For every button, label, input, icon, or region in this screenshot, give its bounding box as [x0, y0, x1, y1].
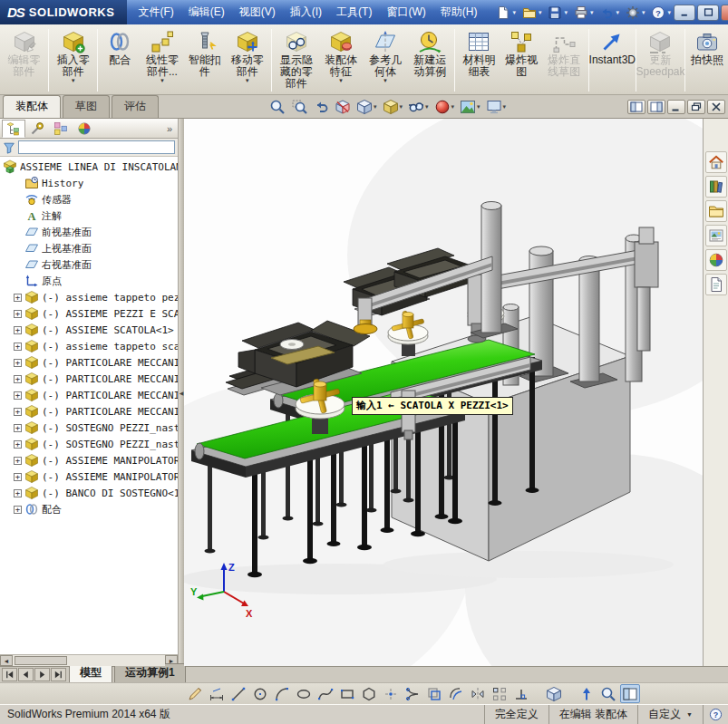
tree-item[interactable]: +(-) ASSIEME PEZZI E SCATOL	[0, 305, 178, 322]
instant3d-button[interactable]: Instant3D	[591, 26, 634, 68]
zoom-to-area-button[interactable]	[289, 98, 309, 116]
expand-toggle[interactable]: +	[14, 440, 22, 449]
smart-fasteners-button[interactable]: 智能扣件	[184, 26, 225, 80]
show-hidden-components-button[interactable]: 显示隐藏的零部件	[274, 26, 318, 92]
tab-sketch[interactable]: 草图	[63, 95, 110, 118]
line-button[interactable]	[228, 684, 248, 703]
tree-item[interactable]: +(-) BANCO DI SOSTEGNO<1>	[0, 485, 178, 501]
previous-tab-button[interactable]	[18, 668, 34, 681]
pane-split-right-button[interactable]	[647, 100, 665, 114]
apply-scene-button[interactable]: ▾	[458, 98, 482, 116]
expand-toggle[interactable]: +	[14, 326, 22, 334]
close-button[interactable]	[721, 5, 728, 21]
tree-root-item[interactable]: ASSIEME LINEA DI INSCATOLAMEN	[0, 159, 178, 175]
menu-window[interactable]: 窗口(W)	[379, 0, 432, 24]
doc-restore-button[interactable]	[687, 100, 705, 114]
menu-tools[interactable]: 工具(T)	[329, 0, 379, 24]
linear-sketch-pattern-button[interactable]	[490, 684, 510, 703]
new-motion-study-button[interactable]: 新建运动算例	[408, 26, 452, 80]
print-button[interactable]: ▾	[571, 4, 597, 22]
tree-item[interactable]: History	[0, 175, 178, 191]
scroll-left-button[interactable]: ◄	[0, 655, 13, 666]
tree-item[interactable]: +(-) SOSTEGNO PEZZI_nastro	[0, 420, 178, 436]
polygon-button[interactable]	[359, 684, 379, 703]
expand-toggle[interactable]: +	[14, 489, 22, 497]
solidworks-resources-button[interactable]	[705, 151, 727, 173]
point-button[interactable]	[381, 684, 401, 703]
new-document-button[interactable]: ▾	[493, 4, 519, 22]
maximize-button[interactable]	[697, 5, 719, 21]
zoom-tool-button[interactable]	[598, 684, 618, 703]
tree-item[interactable]: +(-) PARTICOLARE MECCANICO-	[0, 387, 178, 403]
scrollbar-track[interactable]	[13, 655, 165, 666]
expand-toggle[interactable]: +	[14, 457, 22, 465]
move-component-button[interactable]: 移动零部件▼	[225, 26, 269, 85]
take-snapshot-button[interactable]: 拍快照	[687, 26, 727, 68]
panel-tab-configurationmanager[interactable]	[49, 120, 73, 138]
menu-view[interactable]: 视图(V)	[232, 0, 283, 24]
menu-edit[interactable]: 编辑(E)	[181, 0, 232, 24]
display-style-button[interactable]: ▾	[381, 98, 405, 116]
expand-toggle[interactable]: +	[14, 391, 22, 400]
smart-dimension-button[interactable]	[207, 684, 227, 703]
tree-item[interactable]: +(-) ASSIEME MANIPOLATORE<	[0, 468, 178, 485]
tree-item[interactable]: +(-) PARTICOLARE MECCANICO-	[0, 354, 178, 371]
menu-insert[interactable]: 插入(I)	[283, 0, 329, 24]
quick-tips-help-icon[interactable]: ?	[703, 705, 728, 724]
normal-to-button[interactable]	[577, 684, 597, 703]
expand-toggle[interactable]: +	[14, 310, 22, 318]
tab-assembly[interactable]: 装配体	[3, 95, 61, 118]
options-button[interactable]: ▾	[623, 4, 648, 22]
assembly-features-button[interactable]: 装配体特征▼	[318, 26, 363, 85]
expand-toggle[interactable]: +	[14, 375, 22, 383]
help-button[interactable]: ?▾	[648, 4, 674, 22]
tree-item[interactable]: +配合	[0, 501, 178, 517]
tree-item[interactable]: +(-) PARTICOLARE MECCANICO-	[0, 371, 178, 387]
tree-item[interactable]: A注解	[0, 208, 178, 224]
expand-toggle[interactable]: +	[14, 294, 22, 302]
minimize-button[interactable]	[674, 5, 695, 21]
panel-tabs-overflow[interactable]: »	[163, 123, 176, 134]
tree-item[interactable]: +(-) assieme tappeto pezzo	[0, 289, 178, 305]
assembly-3d-model[interactable]	[184, 119, 703, 666]
custom-properties-button[interactable]	[705, 274, 727, 295]
tree-item[interactable]: 前视基准面	[0, 224, 178, 240]
expand-toggle[interactable]: +	[14, 343, 22, 351]
last-tab-button[interactable]	[51, 668, 66, 681]
tree-item[interactable]: +(-) assieme tappeto scato	[0, 338, 178, 354]
design-library-button[interactable]	[705, 176, 727, 198]
tree-item[interactable]: +(-) ASSIEME MANIPOLATORE<	[0, 452, 178, 468]
toggle-panel-button[interactable]	[620, 684, 640, 703]
tab-evaluate[interactable]: 评估	[112, 95, 159, 118]
open-button[interactable]: ▾	[519, 4, 545, 22]
tree-item[interactable]: 右视基准面	[0, 256, 178, 273]
exploded-view-button[interactable]: 爆炸视图	[501, 26, 542, 80]
circle-button[interactable]	[250, 684, 270, 703]
tab-model[interactable]: 模型	[69, 663, 112, 682]
tree-item[interactable]: 传感器	[0, 191, 178, 208]
expand-toggle[interactable]: +	[14, 473, 22, 481]
scrollbar-thumb[interactable]	[15, 656, 67, 665]
display-relations-button[interactable]	[511, 684, 531, 703]
first-tab-button[interactable]	[2, 668, 17, 681]
tree-filter-input[interactable]	[18, 140, 175, 154]
insert-components-button[interactable]: 插入零部件▼	[51, 26, 95, 85]
expand-toggle[interactable]: +	[14, 408, 22, 416]
menu-file[interactable]: 文件(F)	[131, 0, 180, 24]
view-orientation-cube-button[interactable]	[544, 684, 564, 703]
panel-tab-displaymanager[interactable]	[73, 120, 96, 138]
graphics-viewport[interactable]: 输入1 ← SCATOLA X PEZZI<1> Z X Y	[184, 119, 703, 666]
tree-item[interactable]: +(-) PARTICOLARE MECCANICO-	[0, 403, 178, 420]
tab-motion-study-1[interactable]: 运动算例1	[114, 663, 186, 682]
reference-geometry-button[interactable]: 参考几何体▼	[364, 26, 408, 85]
panel-tab-featuremanager[interactable]	[2, 120, 25, 138]
appearances-scenes-button[interactable]	[705, 249, 727, 271]
tree-item[interactable]: +(-) ASSIEME SCATOLA<1> (默	[0, 322, 178, 338]
previous-view-button[interactable]	[311, 98, 331, 116]
next-tab-button[interactable]	[34, 668, 50, 681]
tree-item[interactable]: 原点	[0, 273, 178, 289]
menu-help[interactable]: 帮助(H)	[433, 0, 485, 24]
filter-funnel-icon[interactable]	[3, 141, 15, 154]
mate-button[interactable]: 配合	[100, 26, 140, 68]
doc-close-button[interactable]	[707, 100, 725, 114]
